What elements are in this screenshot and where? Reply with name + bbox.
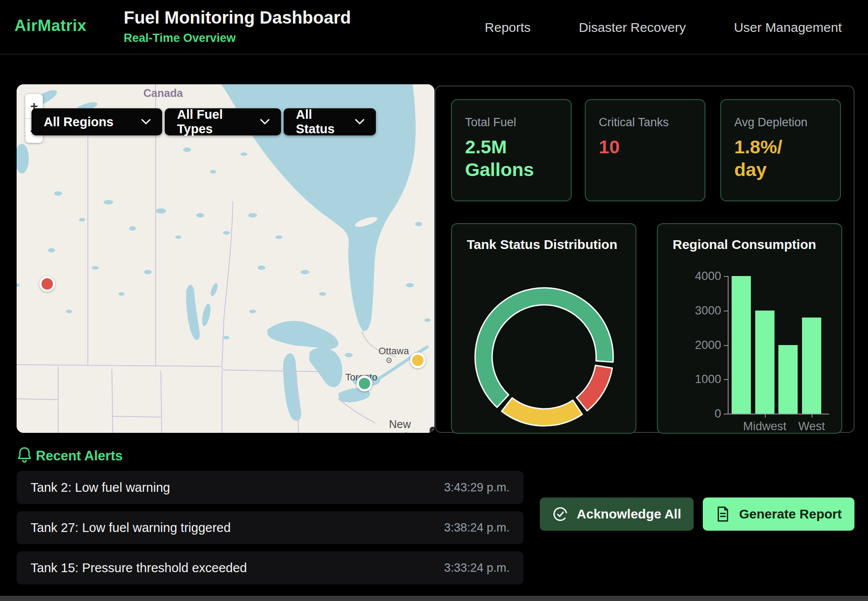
map-filter-row: All Regions All Fuel Types All Status xyxy=(31,108,376,135)
alert-text: Tank 27: Low fuel warning triggered xyxy=(31,521,231,535)
alert-timestamp: 3:38:24 p.m. xyxy=(444,521,510,535)
alert-timestamp: 3:33:24 p.m. xyxy=(444,561,510,575)
stat-card-critical-tanks: Critical Tanks 10 xyxy=(585,99,705,201)
bar-1 xyxy=(755,311,774,414)
donut-chart xyxy=(452,224,637,435)
fuel-type-filter-value: All Fuel Types xyxy=(177,107,252,136)
map-label-ottawa: Ottawa xyxy=(378,345,409,357)
alert-row[interactable]: Tank 15: Pressure threshold exceeded 3:3… xyxy=(17,551,524,584)
generate-report-button[interactable]: Generate Report xyxy=(703,497,854,531)
y-tick-label: 2000 xyxy=(669,338,721,352)
bar-0 xyxy=(732,276,751,414)
chart-title: Tank Status Distribution xyxy=(467,237,617,252)
map-marker-critical[interactable] xyxy=(39,276,55,292)
y-tick-label: 1000 xyxy=(669,373,721,386)
y-tick-label: 0 xyxy=(669,407,721,421)
alert-row[interactable]: Tank 2: Low fuel warning 3:43:29 p.m. xyxy=(17,471,524,504)
stat-card-avg-depletion: Avg Depletion 1.8%/ day xyxy=(720,99,841,201)
page-subtitle: Real-Time Overview xyxy=(124,31,236,45)
alert-row[interactable]: Tank 27: Low fuel warning triggered 3:38… xyxy=(17,511,524,544)
x-tick-label: West xyxy=(777,420,847,433)
y-tick-label: 3000 xyxy=(669,304,721,318)
chevron-down-icon xyxy=(260,119,270,125)
stat-label: Avg Depletion xyxy=(734,116,827,129)
bar-3 xyxy=(802,318,821,414)
page-title: Fuel Monitoring Dashboard xyxy=(124,8,351,28)
alert-timestamp: 3:43:29 p.m. xyxy=(444,481,510,494)
stat-card-total-fuel: Total Fuel 2.5M Gallons xyxy=(451,99,572,201)
y-tick-label: 4000 xyxy=(669,269,721,283)
stat-value: 2.5M Gallons xyxy=(465,135,558,181)
check-circle-icon xyxy=(552,506,568,522)
map-marker-warning[interactable] xyxy=(410,352,426,368)
stat-value: 1.8%/ day xyxy=(734,135,827,181)
status-filter-value: All Status xyxy=(296,107,347,136)
alert-text: Tank 2: Low fuel warning xyxy=(31,480,170,495)
document-icon xyxy=(715,506,730,522)
metrics-panel: Total Fuel 2.5M Gallons Critical Tanks 1… xyxy=(435,86,854,433)
map-marker-normal[interactable] xyxy=(357,376,372,391)
stat-label: Critical Tanks xyxy=(599,116,691,129)
map-label-canada: Canada xyxy=(143,87,183,100)
nav-reports[interactable]: Reports xyxy=(485,20,531,35)
alert-text: Tank 15: Pressure threshold exceeded xyxy=(31,561,247,575)
bar-chart: 01000200030004000MidwestWest xyxy=(658,224,843,435)
status-filter-dropdown[interactable]: All Status xyxy=(284,108,376,135)
bell-icon xyxy=(17,446,32,464)
alerts-heading: Recent Alerts xyxy=(36,448,123,464)
region-filter-value: All Regions xyxy=(44,115,114,129)
fuel-type-filter-dropdown[interactable]: All Fuel Types xyxy=(165,108,281,135)
map-resize-handle[interactable] xyxy=(430,427,434,433)
nav-disaster-recovery[interactable]: Disaster Recovery xyxy=(579,20,686,35)
acknowledge-all-button[interactable]: Acknowledge All xyxy=(540,497,694,531)
stat-label: Total Fuel xyxy=(465,116,558,129)
app-header: AirMatrix Fuel Monitoring Dashboard Real… xyxy=(0,0,868,55)
brand-logo: AirMatrix xyxy=(14,17,87,35)
dashboard-root: AirMatrix Fuel Monitoring Dashboard Real… xyxy=(0,0,868,601)
map-panel[interactable]: Canada Ottawa Toronto New York + − All R… xyxy=(17,84,434,433)
generate-report-label: Generate Report xyxy=(739,507,842,522)
bar-2 xyxy=(778,345,798,414)
tank-status-chart-card: Tank Status Distribution xyxy=(451,223,636,434)
main-nav: Reports Disaster Recovery User Managemen… xyxy=(485,0,842,55)
chevron-down-icon xyxy=(355,119,365,125)
regional-consumption-chart-card: Regional Consumption 01000200030004000Mi… xyxy=(657,223,842,434)
chevron-down-icon xyxy=(141,119,151,125)
region-filter-dropdown[interactable]: All Regions xyxy=(31,108,162,135)
bottom-scrollbar[interactable] xyxy=(0,596,868,601)
nav-user-management[interactable]: User Management xyxy=(734,20,842,35)
map-label-newyork: New York xyxy=(389,418,434,433)
stat-value: 10 xyxy=(599,135,691,158)
acknowledge-all-label: Acknowledge All xyxy=(577,507,681,522)
